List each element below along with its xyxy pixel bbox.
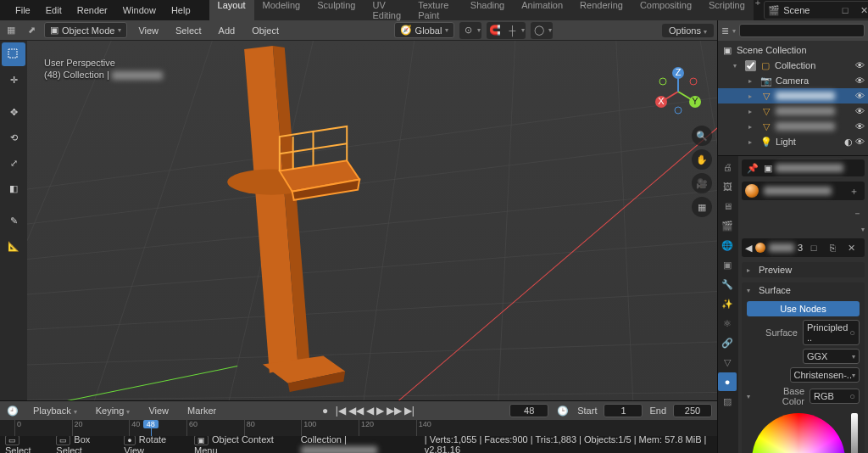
use-nodes-button[interactable]: Use Nodes: [747, 301, 860, 316]
menu-file[interactable]: File: [8, 3, 37, 17]
snap-group[interactable]: 🧲┼▾: [487, 22, 526, 39]
ptab-constraint[interactable]: 🔗: [718, 333, 737, 352]
options-button[interactable]: Options ▾: [662, 24, 714, 37]
clock-icon[interactable]: 🕒: [555, 403, 570, 418]
slot-remove-icon[interactable]: －: [849, 205, 865, 221]
ptab-texture[interactable]: ▨: [718, 392, 737, 411]
tool-move[interactable]: ✥: [2, 100, 25, 124]
ptab-render[interactable]: 🖨: [718, 158, 737, 176]
tab-rendering[interactable]: Rendering: [571, 0, 632, 23]
tab-animation[interactable]: Animation: [513, 0, 571, 23]
tool-transform[interactable]: ◧: [2, 176, 25, 200]
value-slider[interactable]: [851, 413, 858, 453]
tool-select[interactable]: [2, 42, 25, 66]
material-slot[interactable]: ＋: [742, 182, 865, 200]
subsurface-select[interactable]: Christensen-..▾: [790, 367, 860, 383]
vp-menu-object[interactable]: Object: [246, 24, 285, 37]
disclosure-icon[interactable]: ▾: [733, 62, 742, 70]
distribution-select[interactable]: GGX▾: [803, 349, 860, 364]
ptab-particle[interactable]: ✨: [718, 294, 737, 313]
vp-menu-view[interactable]: View: [132, 24, 164, 37]
vp-menu-add[interactable]: Add: [213, 24, 242, 37]
zoom-icon[interactable]: 🔍: [692, 126, 712, 146]
scene-del-icon[interactable]: ✕: [856, 3, 868, 18]
tab-modeling[interactable]: Modeling: [254, 0, 309, 23]
tree-item-camera[interactable]: ▸ 📷 Camera 👁: [718, 73, 868, 88]
tab-shading[interactable]: Shading: [462, 0, 513, 23]
material-data-row[interactable]: ◀ 3 □ ⎘ ✕: [742, 238, 865, 257]
eye-icon[interactable]: 👁: [855, 106, 865, 116]
outliner-editor-icon[interactable]: ≣: [721, 23, 729, 38]
menu-edit[interactable]: Edit: [39, 3, 69, 17]
eye-icon[interactable]: 👁: [855, 137, 865, 148]
proportional-icon[interactable]: ◯: [531, 23, 547, 38]
tree-item-light[interactable]: ▸ 💡 Light ◐👁: [718, 134, 868, 149]
scene-input[interactable]: [783, 5, 834, 15]
outliner-tree[interactable]: ▣ Scene Collection ▾ ▢ Collection 👁 ▸ 📷 …: [718, 41, 868, 155]
eye-icon[interactable]: 👁: [855, 91, 865, 101]
start-frame[interactable]: 1: [604, 404, 643, 417]
pivot-group[interactable]: ⊙▾: [459, 22, 481, 39]
tool-rotate[interactable]: ⟲: [2, 126, 25, 149]
tl-view[interactable]: View: [142, 404, 175, 417]
magnet-icon[interactable]: 🧲: [487, 23, 503, 38]
ptab-modifier[interactable]: 🔧: [718, 275, 737, 294]
menu-help[interactable]: Help: [164, 3, 198, 17]
color-wheel[interactable]: [752, 413, 845, 453]
autokey-icon[interactable]: ●: [318, 403, 333, 418]
end-frame[interactable]: 250: [673, 404, 712, 417]
menu-window[interactable]: Window: [116, 3, 163, 17]
vp-menu-select[interactable]: Select: [170, 24, 208, 37]
viewport-canvas[interactable]: User Perspective (48) Collection | X Y Z…: [27, 41, 717, 400]
tl-playback[interactable]: Playback ▾: [27, 404, 83, 417]
eye-icon[interactable]: 👁: [855, 60, 865, 70]
tab-uv[interactable]: UV Editing: [364, 0, 409, 23]
tab-scripting[interactable]: Scripting: [700, 0, 754, 23]
next-key-icon[interactable]: ▶▶: [387, 405, 402, 417]
eye-icon[interactable]: 👁: [855, 76, 865, 86]
pin-icon[interactable]: 📌: [745, 160, 760, 176]
slot-menu-icon[interactable]: ▾: [861, 226, 865, 233]
tab-sculpting[interactable]: Sculpting: [309, 0, 364, 23]
disable-icon[interactable]: ◐: [844, 137, 853, 148]
tree-collection[interactable]: ▾ ▢ Collection 👁: [718, 58, 868, 73]
prev-key-icon[interactable]: ◀◀: [348, 405, 364, 417]
cursor-tool-icon[interactable]: ⬈: [24, 23, 39, 38]
play-icon[interactable]: ▶: [376, 405, 384, 417]
ortho-toggle-icon[interactable]: ▦: [692, 197, 712, 217]
timeline-track[interactable]: 0 20 40 60 80 100 120 140 48: [0, 420, 717, 436]
tab-compositing[interactable]: Compositing: [632, 0, 700, 23]
tree-item-mesh2[interactable]: ▸ ▽ 👁: [718, 103, 868, 119]
surface-shader-select[interactable]: Principled ..○: [803, 320, 860, 345]
panel-surface-header[interactable]: ▾Surface: [742, 282, 865, 298]
proportional-group[interactable]: ◯▾: [531, 22, 553, 39]
mode-select[interactable]: ▣ Object Mode ▾: [44, 22, 127, 38]
disclosure-icon[interactable]: ▾: [747, 393, 755, 400]
jump-start-icon[interactable]: |◀: [336, 405, 346, 417]
ptab-world[interactable]: 🌐: [718, 236, 737, 254]
eye-icon[interactable]: 👁: [855, 121, 865, 131]
tool-cursor[interactable]: ✛: [2, 68, 25, 92]
tool-annotate[interactable]: ✎: [2, 209, 25, 232]
ptab-scene[interactable]: 🎬: [718, 216, 737, 235]
timeline-editor-icon[interactable]: 🕘: [5, 403, 20, 418]
camera-view-icon[interactable]: 🎥: [692, 173, 712, 193]
tool-scale[interactable]: ⤢: [2, 151, 25, 175]
ptab-mesh[interactable]: ▽: [718, 353, 737, 372]
tl-marker[interactable]: Marker: [181, 404, 222, 417]
tab-texpaint[interactable]: Texture Paint: [409, 0, 462, 23]
tool-measure[interactable]: 📐: [2, 234, 25, 258]
orientation-select[interactable]: 🧭 Global ▾: [394, 22, 455, 38]
unlink-icon[interactable]: ✕: [843, 240, 859, 255]
scene-new-icon[interactable]: □: [837, 3, 853, 18]
play-rev-icon[interactable]: ◀: [366, 405, 374, 417]
collection-check[interactable]: [745, 60, 756, 71]
tab-add[interactable]: +: [754, 0, 762, 23]
tree-item-mesh3[interactable]: ▸ ▽ 👁: [718, 119, 868, 134]
slot-add-icon[interactable]: ＋: [846, 183, 861, 199]
pivot-icon[interactable]: ⊙: [460, 23, 476, 38]
editor-type-icon[interactable]: ▦: [3, 23, 19, 38]
outliner-search[interactable]: [739, 24, 865, 37]
tree-item-selected[interactable]: ▸ ▽ 👁: [718, 88, 868, 103]
jump-end-icon[interactable]: ▶|: [404, 405, 415, 417]
